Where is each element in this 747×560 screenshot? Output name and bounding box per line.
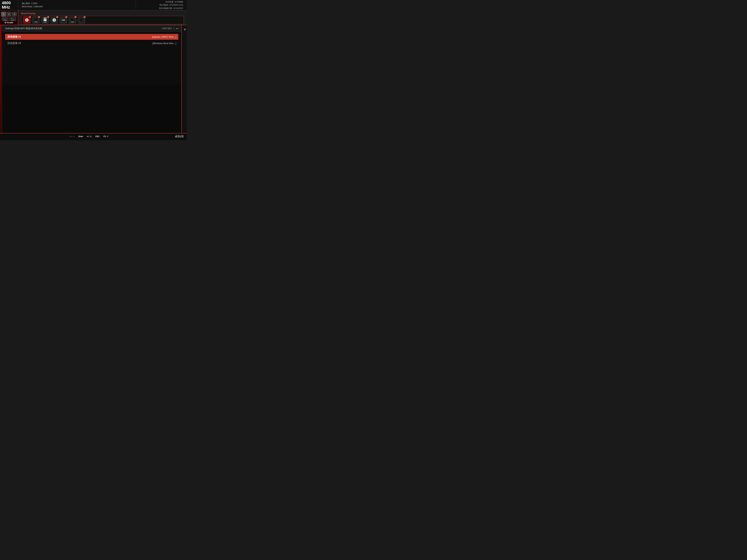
boot-device-7[interactable]: 🗄 U (78, 17, 85, 23)
bios-mode-info: 核心电压: 1.018V BIOS Mode: CSM/UEFI (22, 2, 43, 8)
profile-button-3[interactable]: 3 (12, 12, 17, 17)
bottom-bar: ↑↓←→ Enter +/-: 数 ESC: F1: 帮 ASUS (0, 133, 187, 140)
empty-content-area (2, 85, 181, 133)
shortcut-plusminus: +/-: 数 (87, 135, 92, 138)
boot-device-icon-2: 🖴 U USB (32, 17, 40, 23)
arrow-1: › (30, 19, 32, 21)
hotkey-area: HOT KEY | ↩ (162, 27, 178, 30)
arrow-2: › (40, 19, 42, 21)
boot-device-icon-3: 💾 U USB (42, 17, 49, 23)
hotkey-label: HOT KEY (162, 27, 172, 30)
center-panel: Settings\启动\UEFI 硬盘BBS优先权 HOT KEY | ↩ 启动… (2, 25, 181, 133)
right-sidebar: 设置 (181, 25, 187, 133)
shortcut-esc: ESC: (96, 135, 100, 138)
profile-number-buttons: 1 2 3 (1, 12, 17, 17)
boot-option-2-label: 启动选项 #2 (7, 42, 21, 45)
boot-option-2-value: [Windows Boot Man...] (152, 42, 176, 45)
profile-user-button-1[interactable]: 1user (2, 17, 8, 21)
boot-option-1-label: 启动选项 #1 (7, 35, 21, 38)
u-badge-3: U (47, 16, 49, 18)
arrow-5: › (67, 19, 69, 21)
asus-logo: ASUS (175, 135, 184, 138)
boot-device-6[interactable]: 🖴 U USB (69, 17, 76, 23)
profile-section: 1 2 3 1user 2user IP Profile (0, 10, 18, 25)
shortcut-f1: F1: 帮 (104, 135, 109, 138)
breadcrumb: Settings\启动\UEFI 硬盘BBS优先权 (5, 27, 42, 30)
boot-device-4[interactable]: 💿 U (51, 17, 58, 23)
u-badge-5: U (65, 16, 68, 18)
cpu-frequency: 4800 MHz (2, 1, 18, 9)
asus-logo-area: ASUS (175, 135, 184, 138)
boot-option-row-1[interactable]: 启动选项 #1 [ubuntu (YMTC PC4...] (5, 34, 178, 40)
boot-priority-title: Boot Priority (21, 12, 184, 15)
main-content: Settings\启动\UEFI 硬盘BBS优先权 HOT KEY | ↩ 启动… (0, 25, 187, 133)
left-stripe (0, 25, 1, 133)
profile-button-2[interactable]: 2 (6, 12, 11, 17)
shortcut-arrows: ↑↓←→ (69, 135, 75, 138)
boot-device-icon-1: 💿 U (23, 17, 30, 23)
boot-option-row-2[interactable]: 启动选项 #2 [Windows Boot Man...] (5, 40, 178, 46)
u-badge-6: U (74, 16, 77, 18)
boot-options-list: 启动选项 #1 [ubuntu (YMTC PC4...] 启动选项 #2 [W… (2, 32, 181, 85)
u-badge-2: U (38, 16, 40, 18)
cpu-freq-section: 4800 MHz (0, 0, 18, 10)
shortcut-enter: Enter (78, 135, 83, 138)
boot-devices-list: 💿 U › 🖴 U USB › 💾 U USB (21, 16, 184, 24)
profile-button-1[interactable]: 1 (1, 12, 6, 17)
back-arrow-button[interactable]: ↩ (176, 27, 178, 30)
bios-info-section: 核心电压: 1.018V BIOS Mode: CSM/UEFI (18, 2, 136, 8)
u-badge-7: U (83, 16, 86, 18)
boot-device-3[interactable]: 💾 U USB (42, 17, 49, 23)
breadcrumb-bar: Settings\启动\UEFI 硬盘BBS优先权 HOT KEY | ↩ (2, 25, 181, 32)
arrow-3: › (49, 19, 51, 21)
boot-priority-section: Boot Priority 💿 U › 🖴 U USB › (18, 10, 187, 25)
boot-device-icon-7: 🗄 U (78, 17, 85, 23)
boot-device-5[interactable]: USB U (60, 17, 67, 23)
boot-device-icon-4: 💿 U (51, 17, 58, 23)
arrow-6: › (76, 19, 78, 21)
hotkey-separator: | (174, 27, 174, 30)
memory-info: 内存容量: 32768MB BIOS版本: E7E06IPU.H23 BIOS构… (159, 0, 183, 10)
boot-option-1-value: [ubuntu (YMTC PC4...] (152, 35, 176, 38)
profile-label: IP Profile (5, 22, 13, 24)
memory-bios-info: 内存容量: 32768MB BIOS版本: E7E06IPU.H23 BIOS构… (136, 0, 187, 10)
boot-device-1[interactable]: 💿 U (23, 17, 30, 23)
profile-user-buttons: 1user 2user (2, 17, 16, 21)
profile-user-button-2[interactable]: 2user (9, 17, 16, 21)
u-badge-1: U (29, 16, 31, 18)
boot-device-icon-6: 🖴 U USB (69, 17, 76, 23)
top-info-bar: 4800 MHz 核心电压: 1.018V BIOS Mode: CSM/UEF… (0, 0, 187, 10)
boot-device-icon-5: USB U (60, 17, 67, 23)
u-badge-4: U (56, 16, 58, 18)
very-bottom-bar: ASUS (0, 140, 187, 140)
shortcut-bar: ↑↓←→ Enter +/-: 数 ESC: F1: 帮 (69, 135, 108, 138)
boot-device-2[interactable]: 🖴 U USB (32, 17, 40, 23)
arrow-4: › (58, 19, 60, 21)
profile-boot-bar: 1 2 3 1user 2user IP Profile Boot Priori… (0, 10, 187, 25)
